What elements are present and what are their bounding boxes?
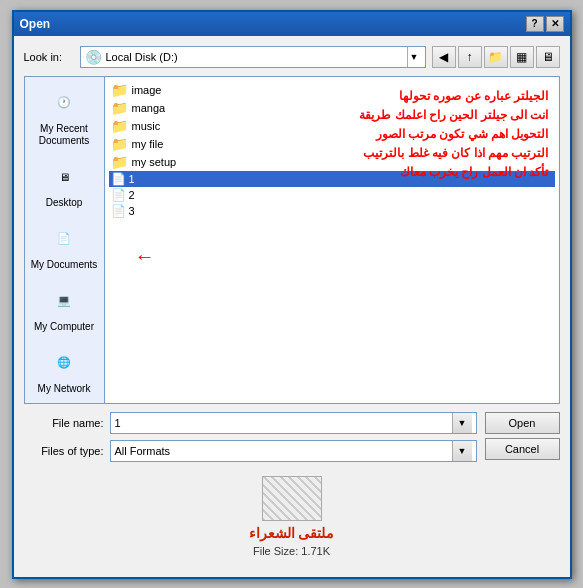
- filename-value: 1: [115, 417, 452, 429]
- folder-mysetup[interactable]: 📁 my setup: [109, 153, 555, 171]
- open-button[interactable]: Open: [485, 412, 560, 434]
- folder-music-name: music: [132, 120, 161, 132]
- dialog-content: Look in: 💿 Local Disk (D:) ▼ ◀ ↑ 📁 ▦ 🖥 🕐…: [14, 36, 570, 577]
- place-documents-label: My Documents: [31, 259, 98, 271]
- file-icon-3: 📄: [111, 204, 125, 218]
- place-documents[interactable]: 📄 My Documents: [28, 219, 100, 273]
- preview-filesize: File Size: 1.71K: [253, 545, 330, 557]
- preview-image: [262, 476, 322, 521]
- place-recent-label: My RecentDocuments: [39, 123, 90, 147]
- title-bar-buttons: ? ✕: [526, 16, 564, 32]
- folder-mysetup-name: my setup: [132, 156, 177, 168]
- file-3[interactable]: 📄 3: [109, 203, 555, 219]
- filetype-label: Files of type:: [24, 445, 104, 457]
- views-button[interactable]: ▦: [510, 46, 534, 68]
- file-list[interactable]: 📁 image 📁 manga 📁 music 📁 my file 📁: [104, 76, 560, 404]
- action-buttons: Open Cancel: [485, 412, 560, 462]
- dialog-window: Open ? ✕ Look in: 💿 Local Disk (D:) ▼ ◀ …: [12, 10, 572, 579]
- folder-icon: 📁: [111, 136, 128, 152]
- desktop-icon: 🖥: [46, 159, 82, 195]
- folder-icon: 📁: [111, 100, 128, 116]
- filename-combo[interactable]: 1 ▼: [110, 412, 477, 434]
- window-title: Open: [20, 17, 51, 31]
- toolbar-buttons: ◀ ↑ 📁 ▦ 🖥: [432, 46, 560, 68]
- computer-icon: 💻: [46, 283, 82, 319]
- back-button[interactable]: ◀: [432, 46, 456, 68]
- cancel-button[interactable]: Cancel: [485, 438, 560, 460]
- file-2-name: 2: [129, 189, 135, 201]
- lookin-combo[interactable]: 💿 Local Disk (D:) ▼: [80, 46, 426, 68]
- network-icon: 🌐: [46, 345, 82, 381]
- file-3-name: 3: [129, 205, 135, 217]
- documents-icon: 📄: [46, 221, 82, 257]
- bottom-fields: File name: 1 ▼ Files of type: All Format…: [24, 412, 560, 462]
- filename-row: File name: 1 ▼: [24, 412, 477, 434]
- filename-label: File name:: [24, 417, 104, 429]
- file-icon-2: 📄: [111, 188, 125, 202]
- places-bar: 🕐 My RecentDocuments 🖥 Desktop 📄 My Docu…: [24, 76, 104, 404]
- up-button[interactable]: ↑: [458, 46, 482, 68]
- file-1[interactable]: 📄 1: [109, 171, 555, 187]
- recent-icon: 🕐: [46, 85, 82, 121]
- close-button[interactable]: ✕: [546, 16, 564, 32]
- lookin-dropdown-arrow[interactable]: ▼: [407, 47, 421, 67]
- folder-icon: 📁: [111, 118, 128, 134]
- filesize-value: 1.71K: [301, 545, 330, 557]
- filename-dropdown-arrow[interactable]: ▼: [452, 413, 472, 433]
- folder-icon: 📁: [111, 154, 128, 170]
- file-icon-1: 📄: [111, 172, 125, 186]
- arrow-indicator: ←: [135, 245, 155, 268]
- lookin-combo-text: Local Disk (D:): [106, 51, 403, 63]
- help-button[interactable]: ?: [526, 16, 544, 32]
- new-folder-button[interactable]: 📁: [484, 46, 508, 68]
- filetype-row: Files of type: All Formats ▼: [24, 440, 477, 462]
- field-group: File name: 1 ▼ Files of type: All Format…: [24, 412, 477, 462]
- preview-title: ملتقى الشعراء: [249, 525, 335, 541]
- place-desktop[interactable]: 🖥 Desktop: [28, 157, 100, 211]
- folder-icon: 📁: [111, 82, 128, 98]
- folder-music[interactable]: 📁 music: [109, 117, 555, 135]
- file-1-name: 1: [129, 173, 135, 185]
- place-computer-label: My Computer: [34, 321, 94, 333]
- main-area: 🕐 My RecentDocuments 🖥 Desktop 📄 My Docu…: [24, 76, 560, 404]
- preview-area: ملتقى الشعراء File Size: 1.71K: [24, 466, 560, 567]
- folder-myfile[interactable]: 📁 my file: [109, 135, 555, 153]
- drive-icon: 💿: [85, 49, 102, 65]
- folder-image-name: image: [132, 84, 162, 96]
- lookin-label: Look in:: [24, 51, 74, 63]
- filetype-combo[interactable]: All Formats ▼: [110, 440, 477, 462]
- title-bar: Open ? ✕: [14, 12, 570, 36]
- folder-manga-name: manga: [132, 102, 166, 114]
- folder-myfile-name: my file: [132, 138, 164, 150]
- network-drive-button[interactable]: 🖥: [536, 46, 560, 68]
- place-desktop-label: Desktop: [46, 197, 83, 209]
- filetype-value: All Formats: [115, 445, 452, 457]
- filesize-label: File Size:: [253, 545, 298, 557]
- place-network[interactable]: 🌐 My Network: [28, 343, 100, 397]
- folder-manga[interactable]: 📁 manga: [109, 99, 555, 117]
- lookin-row: Look in: 💿 Local Disk (D:) ▼ ◀ ↑ 📁 ▦ 🖥: [24, 46, 560, 68]
- folder-image[interactable]: 📁 image: [109, 81, 555, 99]
- place-recent[interactable]: 🕐 My RecentDocuments: [28, 83, 100, 149]
- place-computer[interactable]: 💻 My Computer: [28, 281, 100, 335]
- file-2[interactable]: 📄 2: [109, 187, 555, 203]
- place-network-label: My Network: [38, 383, 91, 395]
- filetype-dropdown-arrow[interactable]: ▼: [452, 441, 472, 461]
